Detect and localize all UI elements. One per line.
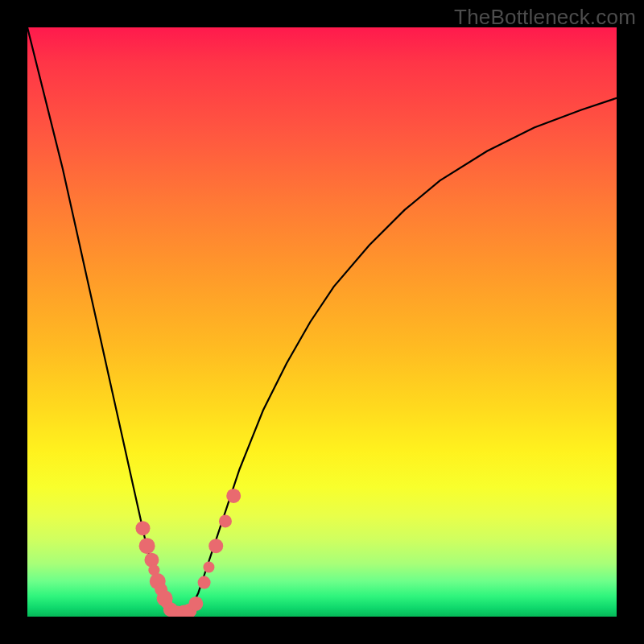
sample-dot <box>188 597 203 611</box>
sample-dot <box>135 521 150 535</box>
sample-dot <box>219 514 232 527</box>
plot-area <box>27 27 617 617</box>
sample-dot <box>139 538 155 554</box>
watermark-text: TheBottleneck.com <box>454 5 636 30</box>
sample-dot <box>226 489 241 503</box>
bottleneck-curve <box>27 27 617 613</box>
chart-frame: TheBottleneck.com <box>0 0 644 644</box>
curve-layer <box>27 27 617 617</box>
sample-dots-group <box>135 489 241 617</box>
sample-dot <box>208 539 223 553</box>
sample-dot <box>198 576 211 589</box>
sample-dot <box>203 562 214 573</box>
